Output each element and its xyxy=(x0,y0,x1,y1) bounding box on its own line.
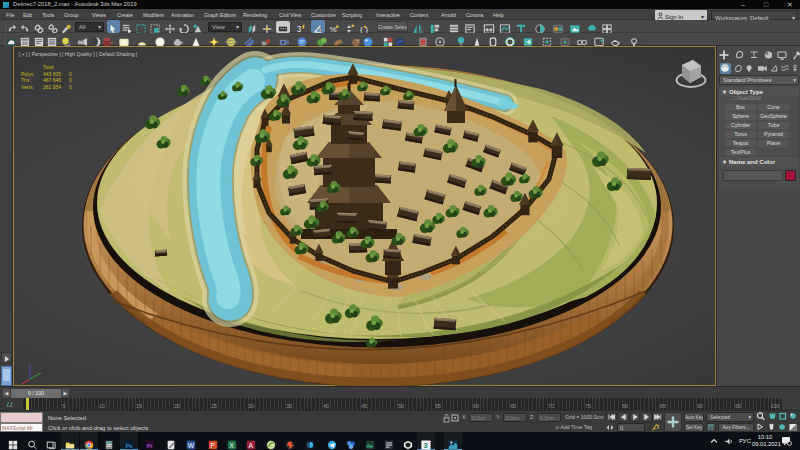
svg-text:A: A xyxy=(249,442,254,449)
svg-text:X: X xyxy=(230,442,235,449)
svg-text:Pr: Pr xyxy=(147,443,153,449)
svg-text:P: P xyxy=(211,442,216,449)
svg-text:Ps: Ps xyxy=(126,443,133,449)
svg-text:3: 3 xyxy=(424,441,428,450)
svg-text:W: W xyxy=(188,442,195,449)
svg-text:Ae: Ae xyxy=(367,443,374,449)
